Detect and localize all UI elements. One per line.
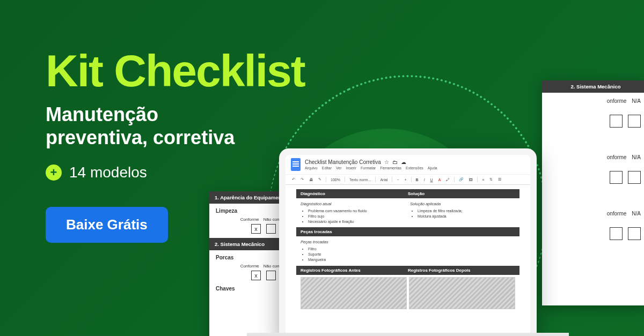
plus-icon: + [46, 165, 62, 181]
header-fotos-depois: Registros Fotográficos Depois [408, 268, 515, 273]
label-na: N/A [632, 98, 641, 104]
paint-icon[interactable]: ✎ [317, 177, 323, 182]
star-icon[interactable]: ☆ [384, 159, 389, 165]
font-plus-icon[interactable]: + [403, 177, 407, 182]
partial-label-conforme: onforme [607, 154, 627, 160]
page-title: Kit Checklist [46, 48, 305, 93]
folder-icon[interactable]: 🗀 [392, 159, 398, 165]
menu-extensoes[interactable]: Extensões [406, 166, 423, 170]
checklist-card-right: 2. Sistema Mecânico onforme N/A onforme … [542, 80, 644, 305]
laptop-mockup: Checklist Manutenção Corretiva ☆ 🗀 ☁ Arq… [279, 148, 537, 336]
checkbox[interactable] [610, 227, 623, 240]
download-button[interactable]: Baixe Grátis [46, 207, 168, 243]
doc-toolbar: ↶ ↷ 🖶 ✎ 100% Texto norm... Arial − + B I… [286, 175, 530, 185]
list-item: Filtro [308, 247, 515, 252]
col-conforme: Conforme [240, 264, 259, 268]
list-icon[interactable]: ☰ [497, 177, 502, 182]
partial-label-conforme: onforme [607, 211, 627, 216]
redo-icon[interactable]: ↷ [299, 177, 305, 182]
doc-header: Checklist Manutenção Corretiva ☆ 🗀 ☁ Arq… [286, 155, 530, 175]
list-item: Necessário ajuste e fixação [308, 219, 406, 225]
checkbox[interactable] [610, 115, 623, 128]
menu-arquivo[interactable]: Arquivo [305, 166, 318, 170]
doc-menu: Arquivo Editar Ver Inserir Formatar Ferr… [305, 166, 525, 170]
list-item: Problema com vazamento no fluido [308, 208, 406, 214]
google-docs-icon [291, 158, 301, 171]
subtitle-line-1: Manutenção [46, 103, 305, 126]
checkbox-conforme[interactable]: x [251, 224, 261, 234]
label-na: N/A [632, 211, 641, 216]
align-icon[interactable]: ≡ [481, 177, 485, 182]
header-diagnostico: Diagnóstico [301, 191, 408, 196]
bold-icon[interactable]: B [415, 177, 420, 182]
models-count: 14 modelos [69, 164, 147, 181]
label-na: N/A [632, 154, 641, 160]
pecas-subtitle: Peças trocadas [301, 240, 515, 244]
cloud-icon[interactable]: ☁ [401, 159, 406, 165]
highlight-icon[interactable]: 🖍 [445, 177, 451, 182]
menu-ferramentas[interactable]: Ferramentas [380, 166, 401, 170]
sol-list: Limpeza de filtro realizada; Moldura aju… [410, 208, 515, 219]
doc-title: Checklist Manutenção Corretiva [305, 159, 381, 165]
list-item: Moldura ajustada [418, 214, 515, 219]
list-item: Suporte [308, 252, 515, 257]
style-select[interactable]: Texto norm... [348, 177, 372, 182]
text-color-icon[interactable]: A [437, 177, 442, 182]
laptop-screen: Checklist Manutenção Corretiva ☆ 🗀 ☁ Arq… [286, 155, 530, 335]
checkbox-nao-conforme[interactable] [266, 271, 276, 280]
header-solucao: Solução [408, 191, 515, 196]
link-icon[interactable]: 🔗 [458, 177, 465, 182]
doc-body: Diagnóstico Solução Diagnóstico atual Pr… [286, 185, 530, 316]
sol-subtitle: Solução aplicada [410, 201, 515, 206]
menu-formatar[interactable]: Formatar [361, 166, 376, 170]
diag-list: Problema com vazamento no fluido Filtro … [301, 208, 406, 224]
models-row: + 14 modelos [46, 164, 305, 181]
checkbox[interactable] [628, 115, 641, 128]
menu-editar[interactable]: Editar [322, 166, 332, 170]
section-diagnostico-solucao: Diagnóstico Solução [296, 189, 519, 198]
card-section-header: 2. Sistema Mecânico [542, 80, 644, 93]
menu-inserir[interactable]: Inserir [346, 166, 356, 170]
photo-antes [301, 277, 407, 309]
laptop-base [247, 333, 569, 336]
menu-ajuda[interactable]: Ajuda [428, 166, 437, 170]
image-icon[interactable]: 🖼 [468, 177, 474, 182]
undo-icon[interactable]: ↶ [291, 177, 296, 182]
font-minus-icon[interactable]: − [396, 177, 400, 182]
font-select[interactable]: Arial [379, 177, 389, 182]
checkbox[interactable] [628, 171, 641, 184]
col-conforme: Conforme [240, 217, 259, 222]
checkbox-conforme[interactable]: x [251, 271, 261, 280]
header-fotos-antes: Registros Fotográficos Antes [301, 268, 408, 273]
subtitle-line-2: preventiva, corretiva [46, 126, 305, 149]
line-spacing-icon[interactable]: ⇅ [488, 177, 494, 182]
checkbox-nao-conforme[interactable] [266, 224, 276, 234]
photo-depois [409, 277, 515, 309]
section-pecas: Peças trocadas [296, 227, 519, 236]
print-icon[interactable]: 🖶 [308, 177, 314, 182]
pecas-list: Filtro Suporte Mangueira [301, 247, 515, 262]
partial-label-conforme: onforme [607, 98, 627, 104]
checkbox[interactable] [628, 227, 641, 240]
menu-ver[interactable]: Ver [336, 166, 342, 170]
italic-icon[interactable]: I [423, 177, 426, 182]
checkbox[interactable] [610, 171, 623, 184]
section-fotos: Registros Fotográficos Antes Registros F… [296, 266, 519, 275]
diag-subtitle: Diagnóstico atual [301, 201, 406, 206]
zoom-select[interactable]: 100% [330, 177, 341, 182]
underline-icon[interactable]: U [429, 177, 434, 182]
list-item: Filtro sujo [308, 214, 406, 219]
list-item: Limpeza de filtro realizada; [418, 208, 515, 214]
list-item: Mangueira [308, 257, 515, 263]
subtitle: Manutenção preventiva, corretiva [46, 103, 305, 149]
